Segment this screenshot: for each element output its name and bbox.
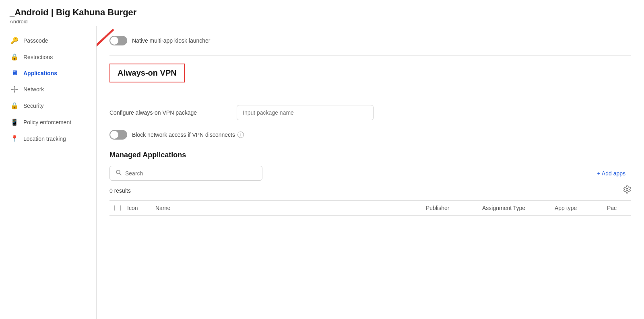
table-col-checkbox[interactable] [109,205,126,211]
content-area: Native multi-app kiosk launcher Always-o… [97,26,644,319]
results-row: 0 results [109,185,631,196]
kiosk-toggle-label: Native multi-app kiosk launcher [132,37,211,44]
add-apps-button[interactable]: + Add apps [592,167,631,180]
table-col-pac-header: Pac [607,205,631,211]
shield-icon: 🔒 [10,102,19,109]
table-col-publisher-header: Publisher [426,205,482,211]
sidebar-item-label: Policy enforcement [23,119,71,126]
search-box [109,166,262,181]
vpn-config-label: Configure always-on VPN package [109,109,230,116]
block-network-row: Block network access if VPN disconnects … [109,130,631,140]
tablet-icon: 📱 [10,118,19,126]
block-network-toggle[interactable] [109,130,127,140]
page-subtitle: Android [10,19,634,25]
table-col-icon-header: Icon [126,205,154,211]
sidebar-item-network[interactable]: Network [2,82,94,97]
block-network-label: Block network access if VPN disconnects … [132,132,244,138]
info-icon[interactable]: i [237,132,244,138]
sidebar-item-restrictions[interactable]: 🔒 Restrictions [2,49,94,65]
svg-line-11 [120,173,121,175]
location-icon: 📍 [10,135,19,142]
sidebar-item-label: Restrictions [23,54,53,60]
sidebar-item-label: Network [23,86,44,93]
svg-rect-3 [14,91,15,93]
network-icon [10,86,19,93]
select-all-checkbox[interactable] [114,205,121,211]
results-count: 0 results [109,187,131,194]
sidebar-item-passcode[interactable]: 🔑 Passcode [2,33,94,48]
svg-rect-0 [14,86,15,87]
sidebar-item-label: Location tracking [23,136,66,142]
page-title: _Android | Big Kahuna Burger [10,7,634,18]
kiosk-toggle-row: Native multi-app kiosk launcher [109,36,631,45]
monitor-icon: 🖥 [10,70,19,77]
managed-apps-heading: Managed Applications [109,151,631,159]
table-col-assignment-header: Assignment Type [482,205,555,211]
table-col-name-header: Name [154,205,426,211]
sidebar-item-location-tracking[interactable]: 📍 Location tracking [2,131,94,146]
table-header-row: Icon Name Publisher Assignment Type App … [109,201,631,216]
sidebar-item-label: Passcode [23,37,48,44]
key-icon: 🔑 [10,37,19,44]
sidebar-item-label: Applications [23,70,57,76]
lock-icon: 🔒 [10,53,19,61]
sidebar-item-label: Security [23,103,44,109]
settings-icon[interactable] [623,185,631,196]
sidebar: 🔑 Passcode 🔒 Restrictions 🖥 Applications [0,26,97,319]
vpn-config-row: Configure always-on VPN package [109,105,631,120]
sidebar-item-applications[interactable]: 🖥 Applications [2,66,94,81]
search-icon [116,169,122,177]
apps-toolbar: + Add apps [109,166,631,181]
always-on-vpn-heading: Always-on VPN [109,64,185,82]
search-input[interactable] [125,170,256,177]
managed-apps-table: Icon Name Publisher Assignment Type App … [109,200,631,216]
sidebar-item-policy-enforcement[interactable]: 📱 Policy enforcement [2,114,94,130]
kiosk-toggle[interactable] [109,36,127,45]
vpn-package-input[interactable] [237,105,374,120]
sidebar-item-security[interactable]: 🔒 Security [2,98,94,113]
table-col-apptype-header: App type [555,205,607,211]
svg-line-5 [12,89,14,90]
managed-apps-section: Managed Applications + Add apps [109,151,631,216]
svg-line-6 [14,89,17,90]
svg-line-9 [97,29,114,62]
